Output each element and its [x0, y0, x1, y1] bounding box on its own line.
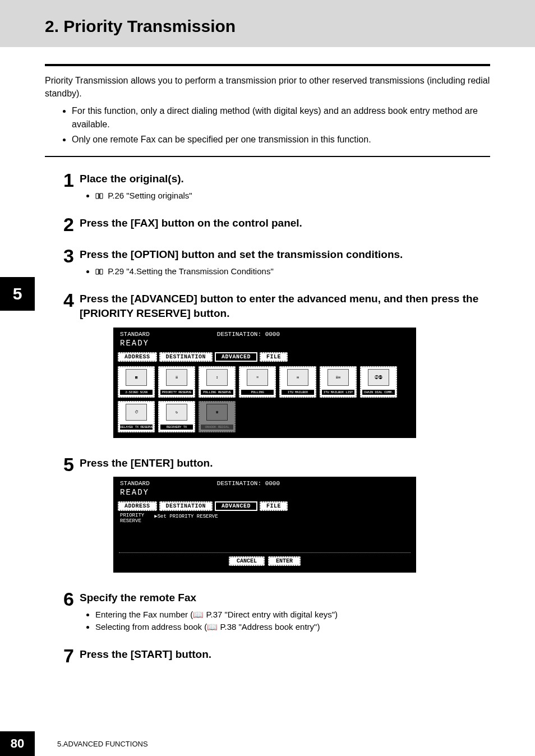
book-icon: [95, 266, 103, 279]
screen-standard: STANDARD: [120, 480, 150, 487]
screen-ready: READY: [117, 488, 413, 501]
icon-recovery-tx[interactable]: ↻RECOVERY TX: [158, 401, 195, 432]
step-title: Press the [ENTER] button.: [80, 456, 490, 471]
icon-itu-mailbox-list[interactable]: ≣✉ITU MAILBOX LIST: [320, 366, 357, 398]
step-number: 2: [55, 215, 74, 234]
step-7: 7 Press the [START] button.: [45, 646, 490, 665]
step-3: 3 Press the [OPTION] button and set the …: [45, 246, 490, 278]
tab-address[interactable]: ADDRESS: [118, 501, 157, 511]
page-title: 2. Priority Transmission: [45, 17, 535, 36]
intro-bullets: For this function, only a direct dialing…: [45, 104, 490, 146]
tab-address[interactable]: ADDRESS: [118, 352, 157, 362]
screen-destination: DESTINATION: 0000: [217, 480, 280, 487]
step-sub-item: P.29 "4.Setting the Transmission Conditi…: [95, 265, 490, 279]
screen-tabs: ADDRESS DESTINATION ADVANCED FILE: [117, 501, 413, 511]
tab-destination[interactable]: DESTINATION: [159, 352, 213, 362]
page-number: 80: [0, 731, 35, 756]
tab-destination[interactable]: DESTINATION: [159, 501, 213, 511]
intro-bullet: Only one remote Fax can be specified per…: [72, 133, 490, 146]
step-sub-item: Entering the Fax number (📖 P.37 "Direct …: [95, 609, 490, 621]
screen-tabs: ADDRESS DESTINATION ADVANCED FILE: [117, 352, 413, 362]
icon-grid: ▦2-SIDED SCAN ≣PRIORITY RESERVE ↧POLLING…: [117, 362, 413, 432]
step-number: 3: [55, 246, 74, 278]
intro-bullet: For this function, only a direct dialing…: [72, 104, 490, 130]
icon-2sided-scan[interactable]: ▦2-SIDED SCAN: [118, 366, 155, 398]
step-number: 1: [55, 170, 74, 202]
screen-destination: DESTINATION: 0000: [217, 331, 280, 338]
title-band: 2. Priority Transmission: [0, 0, 535, 47]
footer-text: 5.ADVANCED FUNCTIONS: [57, 740, 148, 748]
chapter-tab: 5: [0, 277, 35, 311]
icon-polling-reserve[interactable]: ↧POLLING RESERVE: [199, 366, 236, 398]
tab-advanced[interactable]: ADVANCED: [215, 352, 257, 362]
step-title: Press the [FAX] button on the control pa…: [80, 216, 490, 231]
icon-delayed-tx[interactable]: ⏱DELAYED TX RESERVE: [118, 401, 155, 432]
page-footer: 80 5.ADVANCED FUNCTIONS: [0, 731, 535, 756]
icon-onhook-redial[interactable]: ☎ONHOOK REDIAL: [199, 401, 236, 432]
step-title: Place the original(s).: [80, 172, 490, 186]
step-sub-item: P.26 "Setting originals": [95, 190, 490, 203]
enter-button[interactable]: ENTER: [268, 556, 301, 566]
step-6: 6 Specify the remote Fax Entering the Fa…: [45, 589, 490, 634]
step-number: 5: [55, 455, 74, 577]
tab-advanced[interactable]: ADVANCED: [215, 501, 257, 511]
icon-priority-reserve[interactable]: ≣PRIORITY RESERVE: [158, 366, 195, 398]
intro-paragraph: Priority Transmission allows you to perf…: [45, 74, 490, 100]
book-icon: [95, 190, 103, 203]
step-number: 6: [55, 589, 74, 634]
step-4: 4 Press the [ADVANCED] button to enter t…: [45, 291, 490, 442]
content-area: Priority Transmission allows you to perf…: [0, 64, 535, 665]
step-1: 1 Place the original(s). P.26 "Setting o…: [45, 170, 490, 202]
steps-container: 1 Place the original(s). P.26 "Setting o…: [45, 170, 490, 665]
step-2: 2 Press the [FAX] button on the control …: [45, 215, 490, 234]
step-number: 4: [55, 291, 74, 442]
step-title: Press the [ADVANCED] button to enter the…: [80, 292, 490, 320]
cancel-button[interactable]: CANCEL: [229, 556, 265, 566]
lcd-screen-enter: STANDARD DESTINATION: 0000 READY ADDRESS…: [113, 477, 416, 573]
set-priority-line: ▶Set PRIORITY RESERVE: [154, 513, 218, 519]
screen-ready: READY: [117, 339, 413, 352]
tab-file[interactable]: FILE: [260, 352, 288, 362]
step-title: Press the [OPTION] button and set the tr…: [80, 247, 490, 262]
icon-polling[interactable]: ≡POLLING: [239, 366, 276, 398]
tab-file[interactable]: FILE: [260, 501, 288, 511]
icon-itu-mailbox[interactable]: ✉ITU MAILBOX: [279, 366, 316, 398]
step-title: Specify the remote Fax: [80, 591, 490, 605]
lcd-screen-advanced: STANDARD DESTINATION: 0000 READY ADDRESS…: [113, 328, 416, 438]
step-sub-item: Selecting from address book (📖 P.38 "Add…: [95, 621, 490, 634]
divider: [45, 156, 490, 157]
screen-standard: STANDARD: [120, 331, 150, 338]
divider: [45, 64, 490, 66]
step-5: 5 Press the [ENTER] button. STANDARD DES…: [45, 455, 490, 577]
icon-chain-dial[interactable]: ⓵⓶CHAIN DIAL COMM.: [360, 366, 397, 398]
step-number: 7: [55, 646, 74, 665]
step-title: Press the [START] button.: [80, 647, 490, 662]
dotted-divider: [119, 552, 411, 553]
priority-reserve-label: PRIORITY RESERVE: [120, 513, 144, 524]
